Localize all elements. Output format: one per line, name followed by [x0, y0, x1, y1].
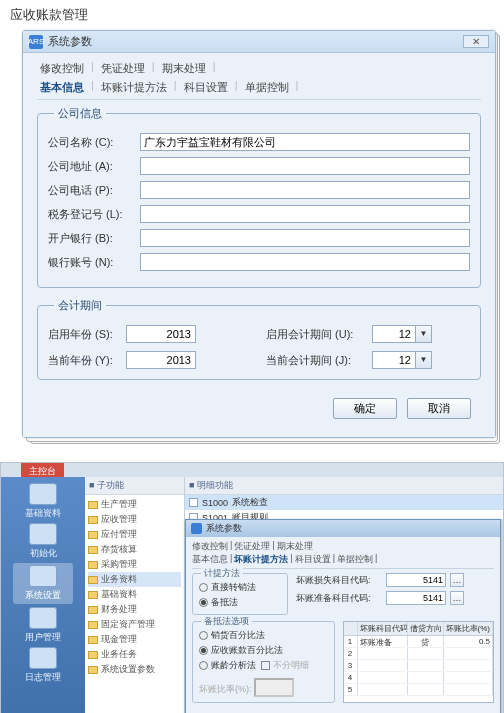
tree-node[interactable]: 应收管理 [88, 512, 181, 527]
radio-icon[interactable] [199, 646, 208, 655]
tab-voucher[interactable]: 凭证处理 [98, 60, 148, 77]
app-icon: ARS [29, 35, 43, 49]
tree-node[interactable]: 基础资料 [88, 587, 181, 602]
cancel-button[interactable]: 取消 [407, 398, 471, 419]
tab-basic-info[interactable]: 基本信息 [37, 79, 87, 96]
start-year-input[interactable] [126, 325, 196, 343]
folder-icon [88, 546, 98, 554]
tree-node[interactable]: 业务任务 [88, 647, 181, 662]
tree-label: 系统设置参数 [101, 663, 155, 676]
ok-button[interactable]: 确定 [333, 398, 397, 419]
folder-icon [88, 501, 98, 509]
tree-node[interactable]: 存货核算 [88, 542, 181, 557]
chevron-down-icon[interactable]: ▼ [416, 351, 432, 369]
dialog2-titlebar[interactable]: 系统参数 [186, 520, 500, 537]
chevron-down-icon[interactable]: ▼ [416, 325, 432, 343]
tab2-bill[interactable]: 单据控制 [337, 553, 373, 566]
sidebar-item[interactable]: 日志管理 [13, 647, 73, 684]
tree-label: 现金管理 [101, 633, 137, 646]
radio-label: 直接转销法 [211, 582, 256, 592]
company-name-input[interactable] [140, 133, 470, 151]
lookup-button[interactable]: … [450, 591, 464, 605]
system-params-dialog-2: 系统参数 修改控制| 凭证处理| 期末处理 基本信息| 坏账计提方法| 科目设置… [185, 519, 501, 713]
tab2-voucher[interactable]: 凭证处理 [234, 540, 270, 553]
tree-node[interactable]: 生产管理 [88, 497, 181, 512]
folder-icon [88, 666, 98, 674]
checkbox-icon[interactable] [261, 661, 270, 670]
lookup-button[interactable]: … [450, 573, 464, 587]
label-acct: 银行账号 (N): [48, 255, 134, 270]
radio-icon[interactable] [199, 583, 208, 592]
dialog-tabs: 修改控制| 凭证处理| 期末处理| 基本信息| 坏账计提方法| 科目设置| 单据… [37, 59, 481, 97]
subfunction-panel: ■ 子功能 生产管理应收管理应付管理存货核算采购管理业务资料基础资料财务处理固定… [85, 477, 185, 713]
tab-bill-ctrl[interactable]: 单据控制 [242, 79, 292, 96]
subfunction-header: ■ 子功能 [85, 477, 184, 495]
tree-node[interactable]: 业务资料 [88, 572, 181, 587]
account-code-input[interactable] [386, 591, 446, 605]
sidebar-item[interactable]: 基础资料 [13, 483, 73, 520]
tree-node[interactable]: 固定资产管理 [88, 617, 181, 632]
tab-baddebt-method[interactable]: 坏账计提方法 [98, 79, 170, 96]
sidebar-label: 日志管理 [13, 671, 73, 684]
tree-label: 固定资产管理 [101, 618, 155, 631]
tab2-account[interactable]: 科目设置 [295, 553, 331, 566]
cur-period-combo[interactable]: ▼ [372, 351, 432, 369]
tree-node[interactable]: 应付管理 [88, 527, 181, 542]
field-label: 坏账损失科目代码: [296, 574, 382, 587]
tab-account-setup[interactable]: 科目设置 [181, 79, 231, 96]
account-code-input[interactable] [386, 573, 446, 587]
tree-node[interactable]: 系统设置参数 [88, 662, 181, 677]
table-row[interactable]: 1坏账准备贷0.5 [344, 636, 493, 648]
sidebar-item[interactable]: 初始化 [13, 523, 73, 560]
sidebar-item[interactable]: 系统设置 [13, 563, 73, 604]
company-tel-input[interactable] [140, 181, 470, 199]
start-period-value[interactable] [372, 325, 416, 343]
tree-node[interactable]: 采购管理 [88, 557, 181, 572]
sidebar-icon [29, 607, 57, 629]
tab2-modify[interactable]: 修改控制 [192, 540, 228, 553]
folder-icon [88, 531, 98, 539]
table-row[interactable]: 4 [344, 672, 493, 684]
table-header [344, 622, 358, 635]
table-row[interactable]: 5 [344, 684, 493, 696]
cur-year-input[interactable] [126, 351, 196, 369]
system-params-dialog: ARS 系统参数 ✕ 修改控制| 凭证处理| 期末处理| 基本信息| 坏账计提方… [22, 30, 496, 438]
group-backup-legend: 备抵法选项 [201, 615, 252, 628]
tab-period-end[interactable]: 期末处理 [159, 60, 209, 77]
acct-input[interactable] [140, 253, 470, 271]
tree-node[interactable]: 财务处理 [88, 602, 181, 617]
dialog-titlebar[interactable]: ARS 系统参数 ✕ [23, 31, 495, 53]
group-method: 计提方法 直接转销法备抵法 [192, 573, 288, 615]
tab2-period-end[interactable]: 期末处理 [277, 540, 313, 553]
bank-input[interactable] [140, 229, 470, 247]
list-item[interactable]: S1000 系统检查 [185, 495, 503, 510]
checkbox-icon[interactable] [189, 498, 198, 507]
tree-label: 存货核算 [101, 543, 137, 556]
tab2-basic[interactable]: 基本信息 [192, 553, 228, 566]
tree-node[interactable]: 现金管理 [88, 632, 181, 647]
folder-icon [88, 591, 98, 599]
tab2-baddebt[interactable]: 坏账计提方法 [234, 553, 288, 566]
table-row[interactable]: 2 [344, 648, 493, 660]
close-icon[interactable]: ✕ [463, 35, 489, 48]
radio-icon[interactable] [199, 598, 208, 607]
radio-label: 应收账款百分比法 [211, 645, 283, 655]
radio-label: 销货百分比法 [211, 630, 265, 640]
sidebar-item[interactable]: 用户管理 [13, 607, 73, 644]
sidebar: 基础资料初始化系统设置用户管理日志管理 [1, 477, 85, 713]
radio-icon[interactable] [199, 661, 208, 670]
cur-period-value[interactable] [372, 351, 416, 369]
table-row[interactable]: 3 [344, 660, 493, 672]
start-period-combo[interactable]: ▼ [372, 325, 432, 343]
tax-reg-input[interactable] [140, 205, 470, 223]
folder-icon [88, 651, 98, 659]
radio-icon[interactable] [199, 631, 208, 640]
sidebar-label: 用户管理 [13, 631, 73, 644]
company-addr-input[interactable] [140, 157, 470, 175]
label-cur-period: 当前会计期间 (J): [266, 353, 366, 368]
tab-modify-ctrl[interactable]: 修改控制 [37, 60, 87, 77]
folder-icon [88, 606, 98, 614]
baddebt-table[interactable]: 坏账科目代码借贷方向坏账比率(%) 1坏账准备贷0.52345 [343, 621, 494, 703]
list-text: 系统检查 [232, 496, 268, 509]
main-app-console: 主控台 基础资料初始化系统设置用户管理日志管理 ■ 子功能 生产管理应收管理应付… [0, 462, 504, 713]
